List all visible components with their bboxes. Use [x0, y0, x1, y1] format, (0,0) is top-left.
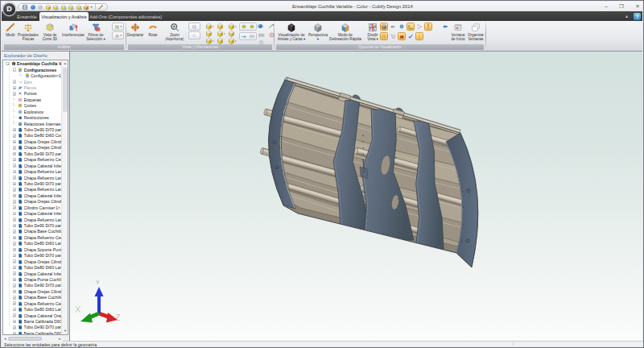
view-cube-button[interactable] [204, 30, 213, 36]
tree-item[interactable]: Chapa Refuerzo Centr [3, 234, 61, 240]
view-cube-button[interactable] [204, 23, 213, 29]
tree-expander-plus[interactable] [13, 308, 17, 312]
tgl-cube-toggle[interactable] [380, 23, 388, 31]
view-cube-button[interactable] [216, 23, 224, 29]
app-logo[interactable]: D [2, 2, 16, 16]
tree-expander-plus[interactable] [13, 271, 17, 276]
tree-item[interactable]: Chapa Cabezal Orejas [3, 313, 61, 318]
tree-item[interactable]: Barra Calibrada D60 T [3, 330, 61, 334]
ribbon-button-filtros-de[interactable]: Filtros deSelección ▾ [76, 22, 116, 44]
tree-item[interactable]: Chapa Refuerzo Later [3, 217, 61, 222]
view-cube-button[interactable] [227, 37, 235, 44]
view-cube-button[interactable] [216, 30, 224, 36]
tree-expander-plus[interactable] [13, 152, 17, 156]
tree-item[interactable]: Chapa Punta Cuchilla [3, 276, 61, 282]
tree-item[interactable]: Explosivos [3, 109, 61, 114]
tree-expander-plus[interactable] [13, 86, 17, 90]
tgl-tree-toggle[interactable] [415, 23, 423, 31]
tree-item[interactable]: Restricciones [3, 114, 61, 120]
hscroll-thumb[interactable] [8, 337, 42, 341]
tree-item[interactable]: Puntos [3, 91, 61, 97]
tree-item[interactable]: Chapa Soporte Punta C [3, 246, 61, 252]
tgl-grid-toggle[interactable] [380, 32, 388, 40]
tree-item[interactable]: Tubo De80 Di60 Corto [3, 133, 61, 139]
tree-expander-plus[interactable] [13, 320, 17, 324]
tgl-globe-toggle[interactable] [398, 23, 406, 31]
tree-expander-plus[interactable] [13, 296, 17, 300]
tree-item[interactable]: Chapa Base Cuchillas [3, 295, 61, 300]
tree-expander-plus[interactable] [13, 164, 17, 168]
tree-item[interactable]: Chapa Orejas Cilindro [3, 288, 61, 294]
undo-button[interactable] [30, 4, 36, 10]
tree-expander-plus[interactable] [13, 158, 17, 162]
tree-item[interactable]: Tubo De80 Di60 Largo [3, 306, 61, 312]
tree-item[interactable]: Chapa Orejas Cilindro [3, 259, 61, 264]
tree-expander-minus[interactable] [13, 68, 17, 72]
tree-item[interactable]: Chapa Refuerzo Centr [3, 157, 61, 163]
tree-expander-plus[interactable] [13, 188, 17, 192]
tab-add-ons[interactable]: Add-Ons (Componentes adicionales) [89, 12, 157, 21]
insert-component-button[interactable] [83, 4, 89, 10]
tree-expander-plus[interactable] [13, 212, 17, 216]
tree-expander-plus[interactable] [13, 80, 17, 84]
tgl-check-toggle[interactable] [407, 32, 415, 40]
tree-expander-plus[interactable] [13, 200, 17, 204]
tree-item[interactable]: Chapa Base Cuchillas [3, 229, 61, 234]
tgl-cart-toggle[interactable] [389, 32, 397, 40]
view-cube-button[interactable] [227, 30, 235, 36]
tree-horizontal-scrollbar[interactable]: ◂ ▸ [2, 336, 63, 342]
tgl-red-toggle[interactable] [398, 32, 406, 40]
tree-item[interactable]: Chapa Refuerzo Later [3, 175, 61, 180]
tree-expander-plus[interactable] [13, 325, 17, 329]
tree-expander-plus[interactable] [13, 332, 17, 334]
tree-expander-plus[interactable] [13, 146, 17, 150]
orbit-blue-button[interactable] [256, 23, 264, 29]
target-red-button[interactable] [267, 31, 275, 38]
insert-part-button[interactable] [76, 4, 82, 10]
tree-expander-plus[interactable] [13, 176, 17, 180]
open-part-button[interactable] [60, 4, 67, 10]
tree-item[interactable]: Chapa Refuerzo Centr [3, 300, 61, 306]
qat-more-caret[interactable]: ▾ [91, 5, 94, 9]
tree-expander-plus[interactable] [13, 254, 17, 258]
tgl-pin-toggle[interactable] [424, 23, 432, 31]
tree-item[interactable]: Chapa Refuerzo Later [3, 187, 61, 193]
tree-item[interactable]: Tubo De90 Di70 para T [3, 222, 61, 228]
tree-item[interactable]: Relaciones Internas de [3, 121, 61, 126]
iso-view-button[interactable] [241, 23, 247, 30]
tree-expander-plus[interactable] [13, 278, 17, 282]
tree-vertical-scrollbar[interactable]: ▲ ▼ [61, 60, 68, 334]
maximize-button[interactable]: ❐ [615, 2, 628, 10]
tree-item[interactable]: Chapa Orejas Cilindro [3, 199, 61, 205]
tree-item[interactable]: Configuración<1> [3, 72, 61, 78]
tree-item[interactable]: Cilindro Camisa<1> [3, 205, 61, 210]
tree-item[interactable]: Configuraciones [3, 67, 61, 72]
tree-expander-plus[interactable] [13, 205, 17, 209]
tree-expander-plus[interactable] [13, 284, 17, 288]
tree-expander-plus[interactable] [13, 242, 17, 246]
view-cube-button[interactable] [227, 23, 235, 29]
tree-item[interactable]: Chapa Cabezal Inferio [3, 163, 61, 168]
ribbon-small-button[interactable]: ▾ [112, 31, 124, 39]
tree-item[interactable]: Chapa Cabezal Inferio [3, 271, 61, 276]
tree-item[interactable]: Tubo De90 Di70 para T [3, 325, 61, 330]
tree-expander-plus[interactable] [13, 128, 17, 132]
new-part-button[interactable] [45, 4, 52, 10]
tree-expander-plus[interactable] [13, 301, 17, 305]
tree-item[interactable]: Tubo De80 Di60 Largo [3, 241, 61, 246]
tree-expander-plus[interactable] [13, 236, 17, 240]
tree-item[interactable]: Tubo De90 Di70 para T [3, 283, 61, 288]
tree-item[interactable]: Tubo De90 Di70 para T [3, 126, 61, 132]
tree-expander-plus[interactable] [13, 313, 17, 317]
tree-expander-plus[interactable] [13, 224, 17, 228]
viewport-3d[interactable]: Y X Z [70, 52, 642, 341]
view-cube-caret[interactable]: ▾ [235, 25, 237, 28]
tab-ensamble[interactable]: Ensamble [14, 12, 40, 21]
scroll-left-icon[interactable]: ◂ [2, 336, 8, 342]
tree-item[interactable]: Ensamblaje Cuchilla Varia [3, 61, 61, 67]
tgl-lamp-toggle[interactable] [415, 32, 423, 40]
tree-expander-plus[interactable] [13, 194, 17, 198]
minimize-button[interactable]: – [600, 2, 613, 10]
open-assembly-button[interactable] [68, 4, 74, 10]
view-cube-button[interactable] [216, 37, 224, 44]
